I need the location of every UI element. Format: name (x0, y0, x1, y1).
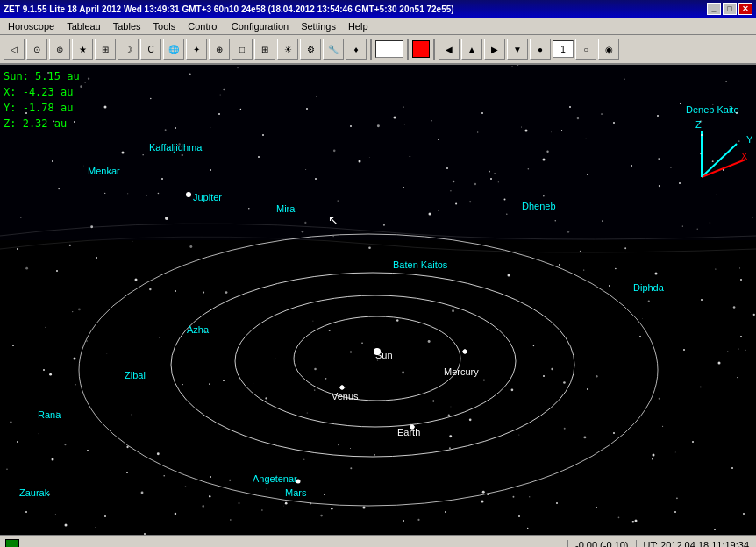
toolbar-btn-13[interactable]: ☀ (277, 39, 298, 60)
toolbar-btn-11[interactable]: □ (232, 39, 253, 60)
svg-text:↖: ↖ (328, 213, 339, 227)
toolbar-btn-7[interactable]: C (140, 39, 161, 60)
title-text: ZET 9.1.55 Lite 18 April 2012 Wed 13:49:… (4, 4, 454, 14)
window-controls: _ □ ✕ (707, 3, 752, 15)
toolbar-circle-btn[interactable]: ○ (575, 39, 596, 60)
info-overlay: Sun: 5.15 au X: -4.23 au Y: -1.78 au Z: … (4, 68, 80, 131)
toolbar-btn-5[interactable]: ⊞ (95, 39, 116, 60)
svg-point-1 (294, 316, 460, 401)
toolbar-btn-3[interactable]: ⊚ (49, 39, 70, 60)
toolbar-arrow-left[interactable]: ◀ (439, 39, 460, 60)
toolbar-btn-16[interactable]: ♦ (346, 39, 367, 60)
toolbar-btn-6[interactable]: ☽ (118, 39, 139, 60)
status-indicator (5, 539, 19, 547)
toolbar-input[interactable] (375, 40, 403, 58)
maximize-button[interactable]: □ (723, 3, 737, 15)
toolbar-separator-3 (433, 39, 435, 60)
toolbar-separator (370, 39, 372, 60)
status-coord-value: -0.00 (-0.10) (567, 540, 636, 547)
toolbar-arrow-up[interactable]: ▲ (461, 39, 482, 60)
statusbar: -0.00 (-0.10) UT: 2012.04.18 11:19:34 (0, 535, 756, 547)
menu-item-settings[interactable]: Settings (295, 19, 342, 33)
toolbar-arrow-down[interactable]: ▼ (507, 39, 528, 60)
x-coord: X: -4.23 au (4, 84, 80, 100)
svg-text:Z: Z (695, 119, 702, 130)
toolbar-btn-8[interactable]: 🌐 (163, 39, 184, 60)
toolbar-btn-10[interactable]: ⊕ (209, 39, 230, 60)
toolbar-arrow-right[interactable]: ▶ (484, 39, 505, 60)
toolbar-btn-4[interactable]: ★ (72, 39, 93, 60)
orbit-diagram: X Y Z Deneb Kaito ↖ (0, 65, 756, 535)
toolbar-separator-2 (407, 39, 409, 60)
toolbar-extra-btn[interactable]: ◉ (598, 39, 619, 60)
toolbar-btn-9[interactable]: ✦ (186, 39, 207, 60)
svg-point-17 (296, 480, 301, 484)
titlebar: ZET 9.1.55 Lite 18 April 2012 Wed 13:49:… (0, 0, 756, 18)
menu-item-configuration[interactable]: Configuration (225, 19, 295, 33)
toolbar-number-input[interactable] (553, 40, 574, 58)
menu-item-tableau[interactable]: Tableau (61, 19, 107, 33)
svg-point-2 (235, 295, 516, 427)
toolbar-btn-14[interactable]: ⚙ (300, 39, 321, 60)
svg-text:Y: Y (746, 134, 753, 145)
toolbar-btn-15[interactable]: 🔧 (323, 39, 344, 60)
menu-item-tools[interactable]: Tools (147, 19, 182, 33)
menu-item-tables[interactable]: Tables (107, 19, 147, 33)
menu-item-help[interactable]: Help (342, 19, 374, 33)
svg-point-4 (79, 234, 658, 506)
minimize-button[interactable]: _ (707, 3, 721, 15)
svg-text:Deneb Kaito: Deneb Kaito (686, 104, 739, 115)
sun-distance: Sun: 5.15 au (4, 68, 80, 84)
color-picker[interactable] (412, 40, 430, 58)
menubar: HoroscopeTableauTablesToolsControlConfig… (0, 18, 756, 35)
svg-point-3 (171, 273, 574, 457)
toolbar: ◁ ⊙ ⊚ ★ ⊞ ☽ C 🌐 ✦ ⊕ □ ⊞ ☀ ⚙ 🔧 ♦ ◀ ▲ ▶ ▼ … (0, 35, 756, 65)
toolbar-btn-2[interactable]: ⊙ (26, 39, 47, 60)
toolbar-btn-12[interactable]: ⊞ (254, 39, 275, 60)
close-button[interactable]: ✕ (738, 3, 752, 15)
toolbar-btn-1[interactable]: ◁ (4, 39, 25, 60)
svg-rect-0 (0, 65, 756, 240)
y-coord: Y: -1.78 au (4, 100, 80, 116)
sky-view[interactable]: X Y Z Deneb Kaito ↖ Sun: 5.15 au X: -4.2… (0, 65, 756, 535)
toolbar-dot-btn[interactable]: ● (530, 39, 551, 60)
z-coord: Z: 2.32 au (4, 116, 80, 131)
svg-text:X: X (741, 151, 748, 161)
menu-item-control[interactable]: Control (182, 19, 225, 33)
menu-item-horoscope[interactable]: Horoscope (2, 19, 61, 33)
status-datetime: UT: 2012.04.18 11:19:34 (636, 540, 756, 547)
